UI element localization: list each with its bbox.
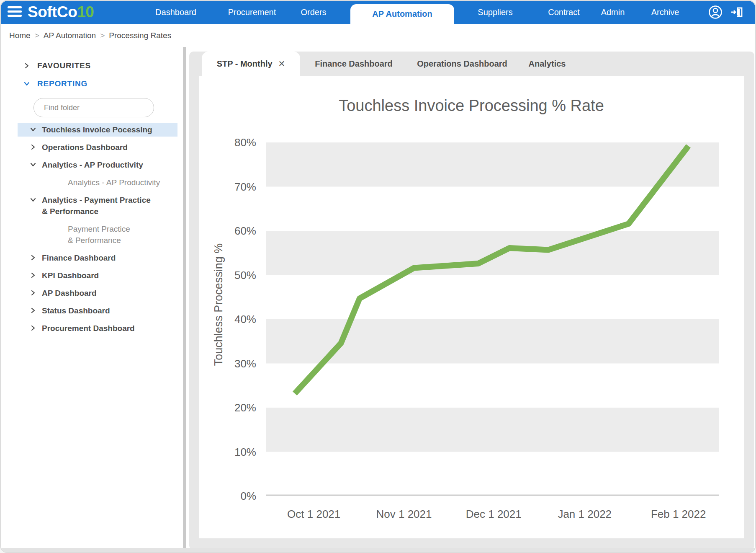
chevron-right-icon	[30, 290, 36, 296]
app-window: SoftCo10 DashboardProcurementOrdersAP Au…	[0, 0, 756, 553]
breadcrumb-separator: >	[35, 31, 39, 40]
chevron-down-icon	[24, 81, 30, 87]
chart-card: Touchless Invoice Processing % Rate Touc…	[199, 76, 744, 538]
sign-out-icon[interactable]	[730, 5, 744, 19]
breadcrumb-item-ap-automation[interactable]: AP Automation	[44, 31, 96, 40]
tree-item-label: Status Dashboard	[42, 306, 110, 315]
nav-item-procurement[interactable]: Procurement	[228, 1, 276, 24]
horizontal-scrollbar[interactable]	[1, 548, 755, 552]
logo-text: SoftCo	[28, 3, 77, 21]
nav-item-orders[interactable]: Orders	[301, 1, 326, 24]
tree-item-label: Payment Practice & Performance	[68, 225, 130, 245]
grid-band-30-40	[266, 319, 719, 364]
report-folder-tree: Touchless Invoice PocessingOperations Da…	[1, 123, 183, 339]
breadcrumb-item-processing-rates: Processing Rates	[109, 31, 171, 40]
hamburger-menu-icon[interactable]	[8, 6, 22, 18]
grid-band-10-20	[266, 408, 719, 452]
tab-stp-monthly[interactable]: STP - Monthly✕	[202, 52, 300, 76]
chevron-right-icon	[30, 308, 36, 313]
nav-item-archive[interactable]: Archive	[651, 1, 679, 24]
tree-item-label: Analytics - AP Productivity	[42, 160, 143, 169]
tree-item-analytics-ap-productivity[interactable]: Analytics - AP Productivity	[18, 158, 177, 172]
chevron-right-icon	[30, 272, 36, 278]
logo-version: 10	[77, 3, 94, 21]
sidebar-section-favourites[interactable]: FAVOURITES	[24, 61, 91, 70]
y-tick-60: 60%	[207, 225, 256, 237]
x-tick-oct-1-2021: Oct 1 2021	[287, 508, 340, 521]
chevron-right-icon	[30, 325, 36, 331]
tree-item-label: Analytics - AP Productivity	[68, 178, 160, 187]
sidebar: FAVOURITES REPORTING Touchless Invoice P…	[1, 47, 183, 550]
tab-finance-dashboard[interactable]: Finance Dashboard	[315, 52, 393, 76]
tree-item-label: Analytics - Payment Practice & Performan…	[42, 196, 151, 216]
chevron-right-icon	[30, 144, 36, 150]
user-account-icon[interactable]	[708, 5, 723, 19]
nav-item-admin[interactable]: Admin	[601, 1, 625, 24]
tab-label: STP - Monthly	[217, 59, 273, 68]
y-tick-40: 40%	[207, 313, 256, 325]
tree-child-payment-practice-performance[interactable]: Payment Practice & Performance	[18, 222, 177, 247]
tree-item-finance-dashboard[interactable]: Finance Dashboard	[18, 251, 177, 265]
nav-item-suppliers[interactable]: Suppliers	[478, 1, 512, 24]
sidebar-section-label: REPORTING	[37, 79, 87, 88]
tab-analytics[interactable]: Analytics	[529, 52, 566, 76]
y-tick-30: 30%	[207, 358, 256, 370]
nav-item-dashboard[interactable]: Dashboard	[155, 1, 196, 24]
tree-item-analytics-payment-practice-performance[interactable]: Analytics - Payment Practice & Performan…	[18, 193, 177, 218]
y-tick-10: 10%	[207, 446, 256, 458]
tree-child-analytics-ap-productivity[interactable]: Analytics - AP Productivity	[18, 176, 177, 189]
tree-item-label: AP Dashboard	[42, 289, 97, 297]
tab-operations-dashboard[interactable]: Operations Dashboard	[417, 52, 507, 76]
y-tick-0: 0%	[207, 490, 256, 502]
sidebar-section-reporting[interactable]: REPORTING	[24, 79, 87, 88]
chart-title: Touchless Invoice Processing % Rate	[199, 97, 744, 115]
report-tab-panel: STP - Monthly✕Finance DashboardOperation…	[189, 52, 754, 550]
tree-item-label: Finance Dashboard	[42, 253, 116, 262]
tree-item-label: Touchless Invoice Pocessing	[42, 125, 152, 134]
breadcrumb: Home>AP Automation>Processing Rates	[9, 24, 595, 47]
line-chart-plot	[266, 120, 719, 496]
tree-item-touchless-invoice-pocessing[interactable]: Touchless Invoice Pocessing	[18, 123, 177, 137]
chevron-down-icon	[30, 162, 36, 168]
top-navigation-bar: SoftCo10 DashboardProcurementOrdersAP Au…	[1, 1, 756, 24]
find-folder-input[interactable]	[33, 98, 154, 117]
tree-item-status-dashboard[interactable]: Status Dashboard	[18, 304, 177, 318]
x-tick-nov-1-2021: Nov 1 2021	[376, 508, 432, 521]
chevron-right-icon	[30, 255, 36, 261]
y-tick-50: 50%	[207, 269, 256, 281]
tree-item-operations-dashboard[interactable]: Operations Dashboard	[18, 140, 177, 154]
tree-item-procurement-dashboard[interactable]: Procurement Dashboard	[18, 321, 177, 335]
tree-item-label: Operations Dashboard	[42, 143, 128, 152]
chevron-down-icon	[30, 127, 36, 132]
x-tick-feb-1-2022: Feb 1 2022	[651, 508, 706, 521]
x-tick-dec-1-2021: Dec 1 2021	[466, 508, 522, 521]
y-tick-70: 70%	[207, 181, 256, 193]
breadcrumb-separator: >	[100, 31, 105, 40]
x-tick-jan-1-2022: Jan 1 2022	[558, 508, 612, 521]
chevron-down-icon	[30, 197, 36, 203]
tree-item-kpi-dashboard[interactable]: KPI Dashboard	[18, 269, 177, 282]
breadcrumb-item-home[interactable]: Home	[9, 31, 31, 40]
tab-close-icon[interactable]: ✕	[278, 59, 285, 68]
nav-item-contract[interactable]: Contract	[548, 1, 580, 24]
y-tick-80: 80%	[207, 137, 256, 148]
tree-item-label: Procurement Dashboard	[42, 324, 135, 333]
tree-item-ap-dashboard[interactable]: AP Dashboard	[18, 286, 177, 300]
app-logo[interactable]: SoftCo10	[28, 3, 94, 21]
y-tick-20: 20%	[207, 402, 256, 413]
sidebar-section-label: FAVOURITES	[37, 61, 91, 70]
grid-band-70-80	[266, 142, 719, 187]
grid-band-50-60	[266, 231, 719, 275]
sidebar-scrollbar[interactable]	[183, 47, 186, 550]
nav-item-ap-automation[interactable]: AP Automation	[350, 4, 454, 24]
tree-item-label: KPI Dashboard	[42, 271, 99, 280]
chevron-right-icon	[24, 63, 30, 69]
